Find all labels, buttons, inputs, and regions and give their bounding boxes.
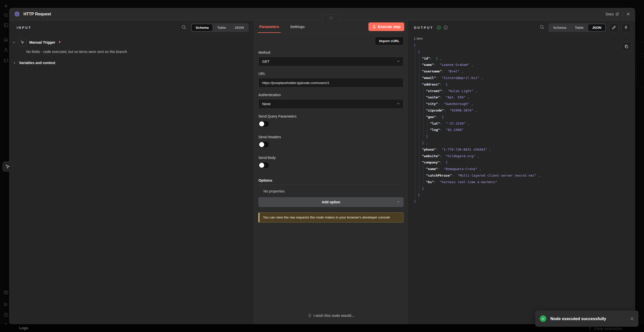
divider — [623, 12, 623, 16]
send-headers-field: Send Headers — [258, 135, 404, 150]
add-option-select[interactable]: Add option — [258, 197, 404, 207]
execute-step-button[interactable]: Execute step — [368, 22, 404, 31]
method-select[interactable]: GET — [258, 57, 404, 66]
panel-drag-handle[interactable]: ||| — [323, 14, 340, 21]
output-panel-title: OUTPUT — [414, 26, 433, 30]
cursor-icon — [5, 164, 10, 169]
input-panel-title: INPUT — [17, 26, 32, 30]
import-curl-button[interactable]: Import cURL — [375, 37, 404, 45]
chevron-down-icon — [396, 59, 400, 64]
output-view-tabs: Schema Table JSON — [548, 23, 606, 32]
output-panel: OUTPUT Schema Table JSON — [409, 20, 635, 324]
edit-output-button[interactable] — [609, 23, 619, 32]
modal-header: HTTP Request Docs — [9, 8, 635, 20]
source-node-name: Manual Trigger — [29, 40, 55, 44]
options-heading: Options — [258, 178, 404, 182]
options-divider — [258, 185, 404, 185]
output-tab-schema[interactable]: Schema — [549, 24, 570, 31]
logs-label[interactable]: Logs — [19, 326, 28, 330]
node-detail-view: ||| HTTP Request Docs INPUT — [9, 8, 635, 324]
user-icon[interactable] — [4, 47, 9, 52]
chevron-down-icon[interactable] — [12, 41, 16, 44]
success-check-icon — [437, 25, 441, 30]
input-source-node-row[interactable]: Manual Trigger — [12, 38, 253, 47]
input-tab-schema[interactable]: Schema — [192, 24, 213, 31]
output-search-icon[interactable] — [540, 25, 544, 31]
toast-message: Node executed successfully — [550, 316, 606, 321]
parameters-panel: Parameters Settings Execute step Import … — [253, 20, 409, 324]
pin-data-button[interactable] — [621, 23, 631, 32]
node-title: HTTP Request — [23, 12, 51, 16]
url-input[interactable] — [262, 81, 400, 85]
chevron-right-icon — [13, 61, 16, 65]
copy-icon — [624, 44, 629, 49]
developer-console-notice: You can view the raw requests this node … — [258, 212, 404, 223]
send-body-field: Send Body — [258, 156, 404, 171]
send-body-toggle[interactable] — [258, 162, 269, 168]
add-node-icon[interactable] — [4, 4, 9, 9]
tab-parameters[interactable]: Parameters — [258, 20, 281, 33]
send-headers-toggle[interactable] — [258, 142, 269, 148]
clear-execution-button[interactable]: Clear execution — [588, 326, 622, 330]
lightbulb-icon — [308, 314, 312, 318]
search-canvas-icon[interactable] — [4, 13, 9, 18]
options-empty-text: No properties — [263, 189, 404, 193]
output-tab-json[interactable]: JSON — [588, 24, 605, 31]
pencil-icon — [612, 25, 616, 30]
background-panel-edge — [636, 57, 644, 87]
toast-success-icon — [540, 315, 546, 322]
input-tab-json[interactable]: JSON — [230, 24, 248, 31]
external-link-icon — [615, 12, 619, 16]
chevron-down-icon — [396, 200, 400, 204]
input-search-icon[interactable] — [181, 25, 186, 31]
authentication-field: Authentication None — [258, 93, 404, 109]
variables-context-toggle[interactable]: Variables and context — [13, 61, 253, 65]
panel-layout-icon[interactable] — [4, 23, 9, 28]
close-icon[interactable] — [626, 12, 630, 16]
authentication-label: Authentication — [258, 93, 404, 97]
docs-link[interactable]: Docs — [606, 12, 619, 16]
input-view-tabs: Schema Table JSON — [191, 23, 249, 32]
info-icon[interactable] — [443, 25, 448, 30]
copy-output-button[interactable] — [622, 42, 631, 51]
home-icon[interactable] — [4, 37, 9, 42]
flask-icon — [372, 25, 376, 29]
http-node-globe-icon — [14, 11, 20, 17]
send-query-parameters-toggle[interactable] — [258, 121, 269, 127]
authentication-select[interactable]: None — [258, 99, 404, 109]
pointer-tool-button[interactable] — [3, 161, 13, 172]
pin-icon — [624, 25, 628, 30]
help-icon[interactable] — [4, 312, 9, 317]
trigger-bolt-icon — [58, 40, 62, 45]
toast-close-icon[interactable] — [630, 317, 634, 321]
background-panel-edge — [636, 42, 644, 54]
url-field: URL — [258, 72, 404, 88]
manual-trigger-node-icon — [18, 38, 27, 47]
chat-icon[interactable] — [4, 58, 9, 63]
input-tab-table[interactable]: Table — [213, 24, 230, 31]
node-feedback-link[interactable]: I wish this node would... — [258, 309, 404, 324]
output-json-view: [{"id": 1 ,"name": "Leanne Graham" ,"use… — [414, 42, 635, 324]
output-items-count: 1 item — [414, 37, 635, 40]
method-field: Method GET — [258, 50, 404, 66]
method-label: Method — [258, 50, 404, 54]
input-empty-message: No fields - node executed, but no items … — [26, 50, 253, 54]
tab-settings[interactable]: Settings — [289, 20, 306, 33]
toast-notification: Node executed successfully — [535, 311, 638, 327]
trash-icon — [588, 326, 592, 330]
url-label: URL — [258, 72, 404, 76]
templates-icon[interactable] — [4, 290, 9, 295]
insights-icon[interactable] — [4, 301, 9, 306]
chevron-down-icon — [396, 102, 400, 106]
output-tab-table[interactable]: Table — [571, 24, 587, 31]
send-query-parameters-field: Send Query Parameters — [258, 114, 404, 129]
input-panel: INPUT Schema Table JSON Manual Trigger — [9, 20, 253, 324]
